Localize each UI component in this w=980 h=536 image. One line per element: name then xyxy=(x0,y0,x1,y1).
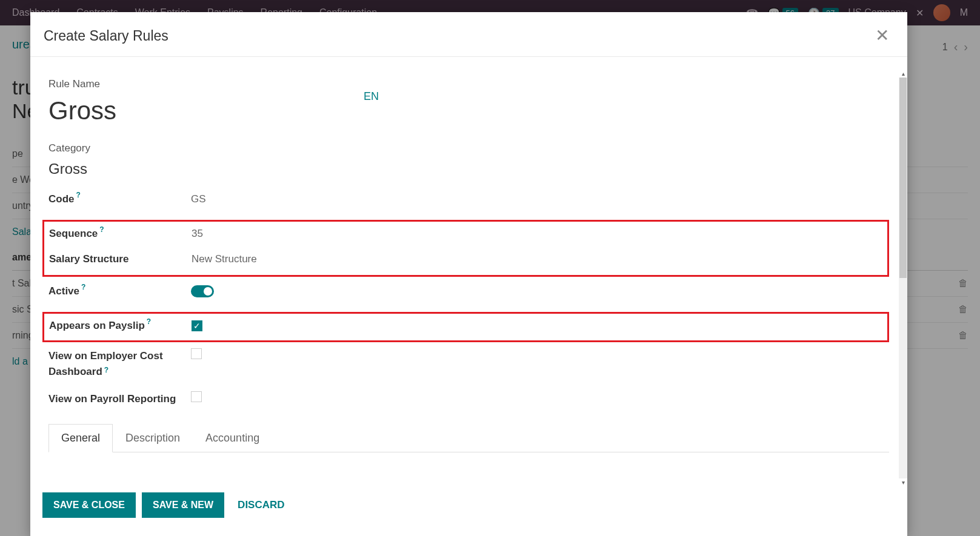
payroll-reporting-checkbox[interactable] xyxy=(191,391,202,402)
active-toggle[interactable] xyxy=(191,285,214,297)
tab-accounting[interactable]: Accounting xyxy=(193,424,272,452)
appears-payslip-checkbox[interactable]: ✓ xyxy=(192,320,202,331)
sequence-label: Sequence? xyxy=(49,228,192,240)
save-new-button[interactable]: SAVE & NEW xyxy=(142,492,224,518)
highlight-sequence-structure: Sequence? 35 Salary Structure New Struct… xyxy=(42,220,889,277)
tab-description[interactable]: Description xyxy=(113,424,193,452)
language-badge[interactable]: EN xyxy=(364,90,379,103)
sequence-input[interactable]: 35 xyxy=(192,228,203,240)
close-icon[interactable]: ✕ xyxy=(875,27,889,44)
discard-button[interactable]: DISCARD xyxy=(238,499,284,511)
category-label: Category xyxy=(48,142,889,154)
employer-cost-checkbox[interactable] xyxy=(191,348,202,359)
rule-name-input[interactable]: Gross xyxy=(48,96,889,125)
code-input[interactable]: GS xyxy=(191,193,206,205)
code-label: Code? xyxy=(48,193,191,205)
salary-structure-label: Salary Structure xyxy=(49,253,192,265)
help-icon[interactable]: ? xyxy=(76,191,81,199)
help-icon[interactable]: ? xyxy=(99,225,104,234)
help-icon[interactable]: ? xyxy=(104,366,108,374)
tab-general[interactable]: General xyxy=(48,424,113,452)
category-input[interactable]: Gross xyxy=(48,160,889,177)
help-icon[interactable]: ? xyxy=(147,317,151,326)
create-salary-rules-modal: Create Salary Rules ✕ ▴ ▾ Rule Name Gros… xyxy=(30,12,907,536)
salary-structure-input[interactable]: New Structure xyxy=(192,253,257,265)
tabs: General Description Accounting xyxy=(48,423,889,452)
save-close-button[interactable]: SAVE & CLOSE xyxy=(42,492,136,518)
rule-name-label: Rule Name xyxy=(48,78,889,90)
active-label: Active? xyxy=(48,285,191,297)
employer-cost-label: View on Employer Cost Dashboard? xyxy=(48,348,191,379)
appears-payslip-label: Appears on Payslip? xyxy=(49,320,192,332)
modal-title: Create Salary Rules xyxy=(44,28,168,44)
highlight-appears-payslip: Appears on Payslip? ✓ xyxy=(42,312,889,342)
help-icon[interactable]: ? xyxy=(81,283,85,291)
payroll-reporting-label: View on Payroll Reporting xyxy=(48,391,191,407)
